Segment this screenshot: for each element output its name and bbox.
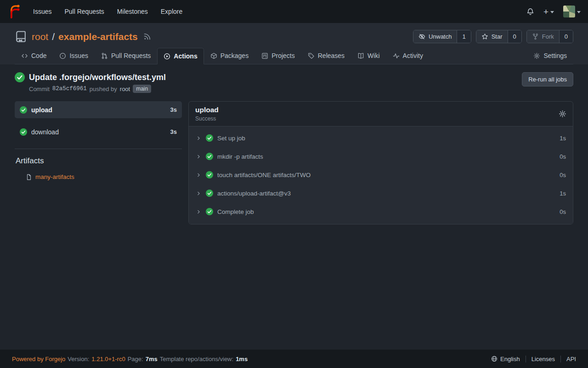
run-header-left: Update .forgejo/workflows/test.yml Commi…	[15, 72, 166, 93]
package-icon	[210, 52, 217, 59]
job-duration: 3s	[170, 128, 177, 135]
chevron-down-icon	[550, 11, 554, 13]
tab-settings-label: Settings	[543, 52, 567, 59]
api-link[interactable]: API	[560, 356, 576, 362]
step-label: Complete job	[217, 208, 254, 215]
chevron-down-icon	[577, 11, 581, 13]
version-link[interactable]: 1.21.0+1-rc0	[91, 356, 125, 362]
repo-name-link[interactable]: example-artifacts	[58, 31, 138, 42]
commit-line: Commit 82a5cf6961 pushed by root main	[29, 85, 166, 93]
navbar-right: +	[526, 6, 581, 17]
tab-pull-requests[interactable]: Pull Requests	[95, 47, 157, 64]
success-check-icon	[206, 190, 213, 197]
unwatch-button[interactable]: Unwatch 1	[413, 30, 471, 43]
page-time-value: 7ms	[146, 356, 158, 362]
pusher-link[interactable]: root	[120, 86, 130, 92]
file-icon	[26, 174, 32, 180]
nav-pull-requests[interactable]: Pull Requests	[58, 0, 110, 23]
nav-issues[interactable]: Issues	[27, 0, 58, 23]
step-row-upload-artifact[interactable]: actions/upload-artifact@v3 1s	[189, 184, 573, 202]
star-button[interactable]: Star 0	[476, 30, 522, 43]
star-icon	[481, 33, 488, 40]
tab-code-label: Code	[31, 52, 46, 59]
run-header: Update .forgejo/workflows/test.yml Commi…	[15, 72, 573, 93]
fork-button[interactable]: Fork 0	[526, 30, 573, 43]
success-check-icon	[206, 171, 213, 178]
tab-releases-label: Releases	[318, 52, 345, 59]
tab-wiki[interactable]: Wiki	[351, 47, 386, 64]
job-name: download	[31, 128, 59, 136]
tab-code[interactable]: Code	[15, 47, 53, 64]
branch-badge[interactable]: main	[133, 85, 151, 93]
tab-issues[interactable]: Issues	[53, 47, 94, 64]
run-title-row: Update .forgejo/workflows/test.yml	[15, 72, 166, 82]
step-row-touch[interactable]: touch artifacts/ONE artifacts/TWO 0s	[189, 166, 573, 184]
licenses-link[interactable]: Licenses	[526, 356, 560, 362]
bell-icon	[526, 8, 534, 16]
job-options-button[interactable]	[559, 110, 566, 118]
step-duration: 0s	[560, 208, 566, 215]
rss-feed-button[interactable]	[143, 33, 151, 40]
create-new-button[interactable]: +	[543, 7, 554, 16]
tab-projects[interactable]: Projects	[255, 47, 301, 64]
tab-activity-label: Activity	[403, 52, 423, 59]
rerun-all-jobs-button[interactable]: Re-run all jobs	[522, 72, 573, 86]
code-icon	[21, 52, 28, 59]
job-item-download[interactable]: download 3s	[15, 123, 182, 140]
gear-icon	[559, 110, 566, 118]
step-label: touch artifacts/ONE artifacts/TWO	[217, 172, 311, 178]
watch-count[interactable]: 1	[457, 30, 470, 43]
nav-milestones[interactable]: Milestones	[111, 0, 154, 23]
avatar	[563, 6, 575, 17]
repo-owner-link[interactable]: root	[32, 31, 48, 42]
tab-releases[interactable]: Releases	[301, 47, 351, 64]
step-row-complete-job[interactable]: Complete job 0s	[189, 202, 573, 221]
artifact-download-link[interactable]: many-artifacts	[35, 173, 74, 180]
eye-off-icon	[418, 33, 425, 40]
job-item-upload[interactable]: upload 3s	[15, 101, 182, 118]
job-steps-list: Set up job 1s mkdir -p artifacts 0s touc…	[189, 126, 573, 224]
notifications-button[interactable]	[526, 8, 534, 16]
gear-icon	[533, 52, 540, 59]
artifacts-heading: Artifacts	[15, 156, 182, 166]
step-row-setup-job[interactable]: Set up job 1s	[189, 129, 573, 147]
step-row-mkdir[interactable]: mkdir -p artifacts 0s	[189, 147, 573, 166]
pull-request-icon	[101, 52, 108, 59]
tab-activity[interactable]: Activity	[386, 47, 430, 64]
page-time-label: Page:	[128, 356, 143, 362]
fork-count[interactable]: 0	[559, 30, 573, 43]
forgejo-logo[interactable]	[7, 5, 21, 18]
star-button-main: Star	[476, 30, 508, 43]
step-label: mkdir -p artifacts	[217, 153, 263, 160]
job-panel-header: upload Success	[189, 102, 573, 126]
success-check-icon	[15, 72, 25, 82]
repo-icon	[15, 30, 27, 43]
unwatch-button-main: Unwatch	[413, 30, 457, 43]
user-menu-button[interactable]	[563, 6, 581, 17]
chevron-right-icon	[196, 172, 202, 178]
chevron-right-icon	[196, 209, 202, 215]
chevron-right-icon	[196, 135, 202, 141]
footer-left: Powered by Forgejo Version: 1.21.0+1-rc0…	[12, 356, 248, 362]
tab-issues-label: Issues	[69, 52, 88, 59]
step-label: Set up job	[217, 135, 245, 142]
success-check-icon	[20, 128, 27, 136]
template-time-value: 1ms	[236, 356, 248, 362]
tab-settings[interactable]: Settings	[527, 47, 573, 64]
tab-packages[interactable]: Packages	[204, 47, 255, 64]
language-selector[interactable]: English	[486, 356, 526, 362]
commit-label: Commit	[29, 86, 50, 92]
nav-explore[interactable]: Explore	[154, 0, 189, 23]
job-name: upload	[31, 106, 52, 114]
repo-header: root / example-artifacts	[0, 23, 588, 64]
commit-sha-link[interactable]: 82a5cf6961	[52, 86, 87, 92]
tab-wiki-label: Wiki	[368, 52, 379, 59]
star-count[interactable]: 0	[508, 30, 521, 43]
star-label: Star	[492, 33, 503, 40]
tab-packages-label: Packages	[220, 52, 249, 59]
chevron-right-icon	[196, 154, 202, 160]
repo-title-row: root / example-artifacts	[15, 30, 573, 43]
powered-by-link[interactable]: Powered by Forgejo	[12, 356, 65, 362]
tab-actions[interactable]: Actions	[157, 48, 204, 64]
issue-icon	[59, 52, 66, 59]
